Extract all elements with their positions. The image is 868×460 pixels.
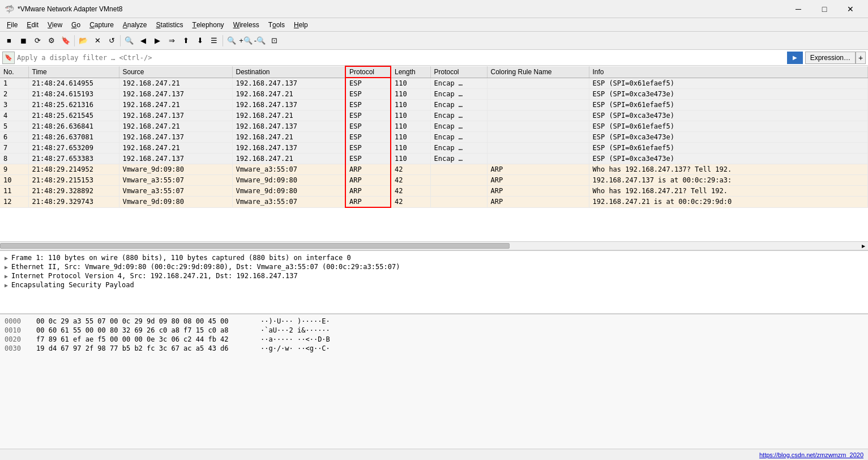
table-cell: 21:48:25.621545 [28,110,119,121]
toolbar-settings[interactable]: ⚙ [45,34,58,48]
table-cell: ESP (SPI=0xca3e473e) [589,154,868,164]
toolbar-list[interactable]: ☰ [207,34,221,48]
col-destination: Destination [232,66,345,78]
detail-row[interactable]: ▶Ethernet II, Src: Vmware_9d:09:80 (00:0… [0,262,868,271]
hex-bytes: 19 d4 67 97 2f 98 77 b5 b2 fc 3c 67 ac a… [36,344,251,352]
menu-telephony[interactable]: Telephony [188,19,229,31]
table-cell: Encap … [430,121,487,132]
packet-table-container[interactable]: No. Time Source Destination Protocol Len… [0,66,868,241]
menu-statistics[interactable]: Statistics [152,19,188,31]
table-row[interactable]: 1221:48:29.329743Vmware_9d:09:80Vmware_a… [0,197,868,208]
table-cell: Vmware_a3:55:07 [119,175,232,186]
detail-row[interactable]: ▶Internet Protocol Version 4, Src: 192.1… [0,271,868,280]
toolbar-down[interactable]: ⬇ [193,34,207,48]
table-cell: 42 [391,197,430,208]
menu-view[interactable]: View [43,19,67,31]
table-cell: Vmware_9d:09:80 [119,164,232,175]
table-cell: ESP (SPI=0xca3e473e) [589,110,868,121]
table-row[interactable]: 721:48:27.653209192.168.247.21192.168.24… [0,143,868,154]
toolbar-start[interactable]: ■ [2,34,16,48]
table-cell: Who has 192.168.247.137? Tell 192. [589,164,868,175]
table-cell: Vmware_a3:55:07 [119,186,232,197]
table-cell: ARP [345,164,391,175]
main-layout: No. Time Source Destination Protocol Len… [0,66,868,460]
table-cell [430,197,487,208]
table-row[interactable]: 221:48:24.615193192.168.247.137192.168.2… [0,89,868,100]
table-row[interactable]: 421:48:25.621545192.168.247.137192.168.2… [0,110,868,121]
table-header: No. Time Source Destination Protocol Len… [0,66,868,78]
toolbar-open[interactable]: 📂 [76,34,90,48]
menu-go[interactable]: Go [67,19,85,31]
packet-tbody: 121:48:24.614955192.168.247.21192.168.24… [0,78,868,207]
table-cell: ESP (SPI=0x61efaef5) [589,121,868,132]
table-cell: 9 [0,164,28,175]
add-filter-button[interactable]: + [856,52,866,64]
hex-offset: 0010 [5,326,27,334]
table-cell: 5 [0,121,28,132]
table-cell: 192.168.247.21 [232,110,345,121]
toolbar-zoom-in1[interactable]: 🔍 [225,34,238,48]
packet-details[interactable]: ▶Frame 1: 110 bytes on wire (880 bits), … [0,250,868,314]
menu-capture[interactable]: Capture [85,19,118,31]
table-cell: 11 [0,186,28,197]
toolbar-prev[interactable]: ◀ [136,34,150,48]
table-cell: ESP (SPI=0x61efaef5) [589,100,868,110]
table-cell: 21:48:29.215153 [28,175,119,186]
table-row[interactable]: 321:48:25.621316192.168.247.21192.168.24… [0,100,868,110]
menu-wireless[interactable]: Wireless [229,19,264,31]
close-button[interactable]: ✕ [837,0,863,18]
table-row[interactable]: 1121:48:29.328892Vmware_a3:55:07Vmware_9… [0,186,868,197]
hex-offset: 0020 [5,335,27,343]
table-row[interactable]: 921:48:29.214952Vmware_9d:09:80Vmware_a3… [0,164,868,175]
toolbar-goto[interactable]: ⇒ [165,34,178,48]
filter-input[interactable] [17,54,787,62]
filter-icon: 🔖 [2,52,15,64]
table-cell: ESP [345,154,391,164]
toolbar-bookmark[interactable]: 🔖 [59,34,72,48]
table-cell: 10 [0,175,28,186]
toolbar-stop[interactable]: ◼ [16,34,30,48]
table-cell: ESP [345,89,391,100]
table-cell: 21:48:26.637081 [28,132,119,143]
toolbar-delete[interactable]: ✕ [91,34,104,48]
hex-bytes: 00 60 61 55 00 00 80 32 69 26 c0 a8 f7 1… [36,326,251,334]
menu-analyze[interactable]: Analyze [118,19,152,31]
detail-row[interactable]: ▶Frame 1: 110 bytes on wire (880 bits), … [0,253,868,262]
filter-arrow-button[interactable]: ▶ [787,52,803,64]
menu-help[interactable]: Help [289,19,313,31]
hex-dump[interactable]: 000000 0c 29 a3 55 07 00 0c 29 9d 09 80 … [0,314,868,449]
toolbar-next[interactable]: ▶ [151,34,164,48]
titlebar: 🦈 *VMware Network Adapter VMnet8 ─ □ ✕ [0,0,868,18]
hscroll-right-arrow[interactable]: ▶ [859,241,868,250]
table-row[interactable]: 621:48:26.637081192.168.247.137192.168.2… [0,132,868,143]
table-cell: 21:48:24.615193 [28,89,119,100]
toolbar-zoom-in2[interactable]: +🔍 [239,34,253,48]
detail-row[interactable]: ▶Encapsulating Security Payload [0,280,868,289]
table-cell: ESP (SPI=0x61efaef5) [589,78,868,89]
hex-ascii: ··g·/·w· ··<g··C· [260,344,330,352]
toolbar-up[interactable]: ⬆ [179,34,193,48]
menu-file[interactable]: File [2,19,22,31]
table-row[interactable]: 121:48:24.614955192.168.247.21192.168.24… [0,78,868,89]
table-cell: 192.168.247.21 [119,121,232,132]
toolbar-reload[interactable]: ↺ [105,34,118,48]
maximize-button[interactable]: □ [811,0,837,18]
table-cell: 110 [391,143,430,154]
toolbar-zoom-reset[interactable]: ⊡ [267,34,281,48]
table-row[interactable]: 821:48:27.653383192.168.247.137192.168.2… [0,154,868,164]
menu-edit[interactable]: Edit [22,19,43,31]
table-row[interactable]: 1021:48:29.215153Vmware_a3:55:07Vmware_9… [0,175,868,186]
hscroll-thumb[interactable] [0,243,510,249]
toolbar-zoom-out[interactable]: -🔍 [253,34,267,48]
table-cell [487,89,589,100]
expression-button[interactable]: Expression… [805,52,856,64]
hscroll-area[interactable]: ▶ [0,241,868,250]
table-row[interactable]: 521:48:26.636841192.168.247.21192.168.24… [0,121,868,132]
minimize-button[interactable]: ─ [785,0,811,18]
toolbar-search[interactable]: 🔍 [122,34,136,48]
table-cell: 42 [391,186,430,197]
menu-tools[interactable]: Tools [264,19,289,31]
table-cell: Vmware_9d:09:80 [232,186,345,197]
table-cell: Encap … [430,143,487,154]
toolbar-restart[interactable]: ⟳ [31,34,44,48]
